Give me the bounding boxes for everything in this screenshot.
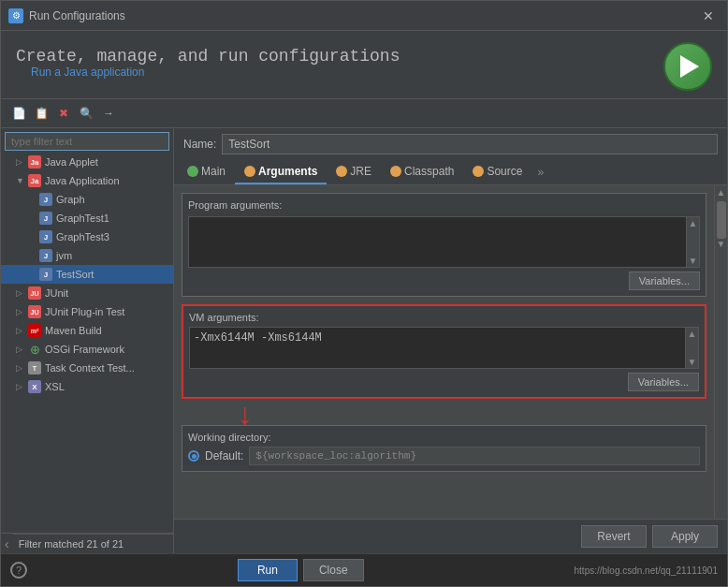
name-label: Name: <box>183 138 216 151</box>
right-scroll-down[interactable]: ▼ <box>717 239 726 249</box>
main-content: ▷ Ja Java Applet ▼ Ja Java Application <box>1 128 727 553</box>
maven-label: Maven Build <box>45 325 102 336</box>
apply-button[interactable]: Apply <box>652 525 718 548</box>
duplicate-config-button[interactable]: 📋 <box>31 103 51 124</box>
tab-source[interactable]: Source <box>463 160 531 184</box>
header-section: Create, manage, and run configurations R… <box>1 31 727 98</box>
expand-arrow: ▷ <box>16 288 25 298</box>
very-bottom-bar: ? Run Close https://blog.csdn.net/qq_211… <box>1 553 727 586</box>
sidebar-item-testsort[interactable]: J TestSort <box>1 265 173 284</box>
close-window-button[interactable]: ✕ <box>697 7 720 25</box>
program-args-label: Program arguments: <box>188 199 700 211</box>
left-panel: ▷ Ja Java Applet ▼ Ja Java Application <box>1 128 174 553</box>
sidebar-item-maven-build[interactable]: ▷ m² Maven Build <box>1 321 173 340</box>
graph-label: Graph <box>56 194 85 205</box>
vm-args-label: VM arguments: <box>189 312 699 323</box>
java-application-label: Java Application <box>45 175 120 186</box>
vm-scroll-up[interactable]: ▲ <box>688 329 697 339</box>
sidebar-item-xsl[interactable]: ▷ X XSL <box>1 377 173 396</box>
expand-arrow: ▼ <box>16 176 25 185</box>
task-icon: T <box>27 360 42 375</box>
working-dir-input[interactable] <box>249 447 700 465</box>
scroll-thumb[interactable] <box>717 201 726 239</box>
scroll-up-arrow[interactable]: ▲ <box>689 218 698 228</box>
arguments-tab-icon <box>244 166 255 177</box>
filter-button[interactable]: 🔍 <box>76 103 96 124</box>
right-scroll-up[interactable]: ▲ <box>717 187 726 198</box>
delete-config-button[interactable]: ✖ <box>53 103 74 124</box>
red-down-arrow: ↓ <box>238 399 253 429</box>
java-application-icon: Ja <box>27 173 42 188</box>
vm-args-wrapper: VM arguments: -Xmx6144M -Xms6144M ▲ ▼ Va… <box>182 304 706 399</box>
vm-args-variables-button[interactable]: Variables... <box>628 373 699 391</box>
vm-args-scrollbar: ▲ ▼ <box>685 328 698 368</box>
expand-arrow: ▷ <box>16 157 25 167</box>
xsl-label: XSL <box>45 381 65 392</box>
expand-arrow: ▷ <box>16 363 25 373</box>
program-args-section: Program arguments: ▲ ▼ Variables... <box>182 193 706 297</box>
main-tab-icon <box>187 166 198 177</box>
expand-arrow: ▷ <box>16 345 25 354</box>
expand-arrow: ▷ <box>16 326 25 335</box>
osgi-icon: ⊕ <box>27 342 42 357</box>
close-button[interactable]: Close <box>303 559 364 581</box>
title-bar: ⚙ Run Configurations ✕ <box>1 1 727 31</box>
java-applet-icon: Ja <box>27 154 42 169</box>
working-dir-row: Default: <box>188 447 700 465</box>
program-args-box: ▲ ▼ <box>188 216 700 268</box>
right-scrollbar: ▲ ▼ <box>714 185 727 519</box>
tab-classpath[interactable]: Classpath <box>381 160 463 184</box>
source-tab-icon <box>473 166 484 177</box>
tab-main[interactable]: Main <box>178 160 235 184</box>
sidebar-item-java-application[interactable]: ▼ Ja Java Application <box>1 171 173 190</box>
classpath-tab-icon <box>390 166 401 177</box>
sidebar-item-java-applet[interactable]: ▷ Ja Java Applet <box>1 153 173 171</box>
bottom-bar: Revert Apply <box>174 519 727 553</box>
vm-scroll-down[interactable]: ▼ <box>688 357 697 367</box>
header-subtitle: Run a Java application <box>16 66 400 86</box>
jvm-icon: J <box>38 248 53 263</box>
window-title: Run Configurations <box>29 9 697 22</box>
name-input[interactable] <box>222 134 718 154</box>
jre-tab-icon <box>336 166 347 177</box>
revert-button[interactable]: Revert <box>581 525 647 548</box>
filter-input[interactable] <box>5 132 169 151</box>
bottom-buttons: Revert Apply <box>581 525 718 548</box>
sidebar-item-graphtest3[interactable]: J GraphTest3 <box>1 227 173 246</box>
window-icon: ⚙ <box>8 8 23 23</box>
scroll-left-button[interactable]: ‹ <box>1 535 13 553</box>
java-applet-label: Java Applet <box>45 156 98 168</box>
sidebar-item-graphtest1[interactable]: J GraphTest1 <box>1 209 173 227</box>
vm-args-input[interactable]: -Xmx6144M -Xms6144M <box>190 328 685 368</box>
new-config-button[interactable]: 📄 <box>8 103 29 124</box>
toolbar: 📄 📋 ✖ 🔍 → <box>1 98 727 128</box>
run-close-buttons: Run Close <box>238 559 364 581</box>
sidebar-item-jvm[interactable]: J jvm <box>1 246 173 265</box>
sidebar-item-osgi[interactable]: ▷ ⊕ OSGi Framework <box>1 340 173 359</box>
sidebar-item-task-context[interactable]: ▷ T Task Context Test... <box>1 359 173 377</box>
run-configurations-window: ⚙ Run Configurations ✕ Create, manage, a… <box>0 0 728 587</box>
graph-icon: J <box>38 192 53 207</box>
tab-arguments[interactable]: Arguments <box>235 160 327 184</box>
jvm-label: jvm <box>56 250 72 261</box>
collapse-button[interactable]: → <box>98 103 119 124</box>
tab-jre[interactable]: JRE <box>327 160 381 184</box>
right-panel-inner: Program arguments: ▲ ▼ Variables... <box>174 185 727 519</box>
graphtest1-icon: J <box>38 211 53 226</box>
sidebar-item-junit-plugin[interactable]: ▷ JU JUnit Plug-in Test <box>1 302 173 321</box>
sidebar-item-junit[interactable]: ▷ JU JUnit <box>1 284 173 302</box>
default-radio[interactable] <box>188 450 199 462</box>
graphtest3-icon: J <box>38 229 53 244</box>
sidebar-item-graph[interactable]: J Graph <box>1 190 173 209</box>
program-args-variables-button[interactable]: Variables... <box>629 271 700 290</box>
program-args-input[interactable] <box>189 217 686 267</box>
more-tabs-button[interactable]: » <box>531 162 549 183</box>
junit-plugin-icon: JU <box>27 304 42 319</box>
help-button[interactable]: ? <box>10 562 27 579</box>
run-large-button[interactable] <box>663 42 712 91</box>
right-content-area: Program arguments: ▲ ▼ Variables... <box>174 185 714 519</box>
testsort-label: TestSort <box>56 269 94 280</box>
scroll-down-arrow[interactable]: ▼ <box>689 256 698 266</box>
working-dir-section: Working directory: Default: <box>182 425 706 472</box>
run-button[interactable]: Run <box>238 559 298 581</box>
